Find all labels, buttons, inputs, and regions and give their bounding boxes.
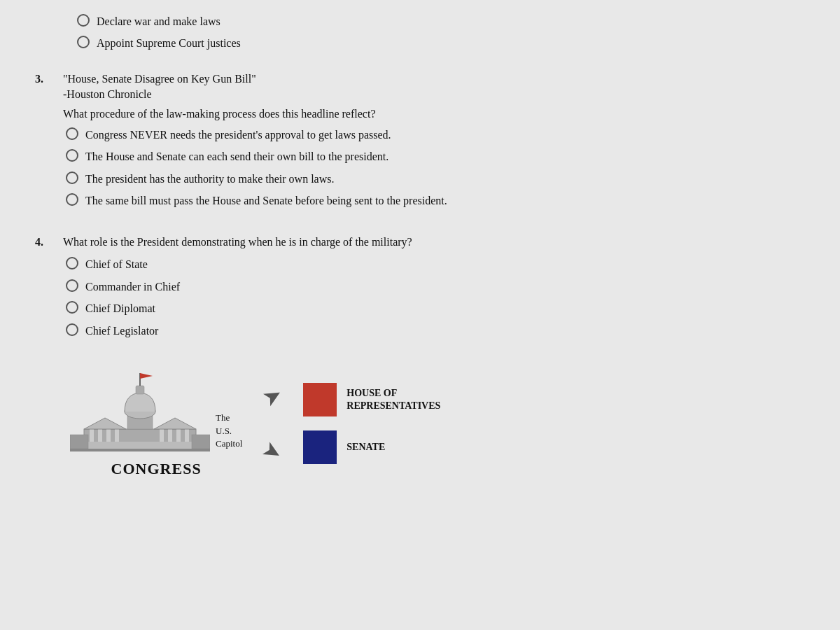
question-3-body: "House, Senate Disagree on Key Gun Bill"… (63, 73, 805, 216)
question-3-options: Congress NEVER needs the president's app… (66, 127, 805, 209)
radio-button[interactable] (66, 257, 78, 270)
radio-button[interactable] (77, 36, 90, 48)
list-item[interactable]: The same bill must pass the House and Se… (66, 193, 805, 209)
question-3-number: 3. (35, 73, 52, 216)
arrows-section: ➤ ➤ (263, 383, 282, 464)
question-3-row: 3. "House, Senate Disagree on Key Gun Bi… (35, 73, 805, 216)
svg-marker-15 (154, 418, 196, 429)
capitol-building-icon (70, 366, 210, 457)
radio-button[interactable] (66, 127, 78, 140)
svg-rect-10 (77, 444, 203, 449)
question-4-number: 4. (35, 236, 52, 345)
svg-marker-20 (140, 373, 153, 379)
svg-rect-13 (192, 435, 210, 449)
radio-button[interactable] (66, 323, 78, 336)
senate-color-box (303, 430, 337, 464)
arrow-to-house-icon: ➤ (258, 380, 288, 412)
option-text: The president has the authority to make … (85, 172, 334, 187)
option-text: The House and Senate can each send their… (85, 149, 388, 164)
list-item[interactable]: Chief Diplomat (66, 301, 805, 316)
congress-diagram: The U.S. Capitol CONGRESS ➤ ➤ (70, 366, 805, 478)
arrow-to-senate-icon: ➤ (258, 435, 288, 467)
senate-label: SENATE (346, 441, 385, 454)
svg-rect-0 (70, 449, 210, 451)
question-4-block: 4. What role is the President demonstrat… (35, 236, 805, 478)
capitol-section: The U.S. Capitol CONGRESS (70, 366, 242, 478)
chambers-section: HOUSE OF REPRESENTATIVES SENATE (303, 383, 440, 464)
question-4-body: What role is the President demonstrating… (63, 236, 805, 345)
svg-marker-14 (84, 418, 126, 429)
option-text: Declare war and make laws (97, 14, 220, 29)
option-text: Chief Diplomat (85, 301, 155, 316)
house-chamber-item: HOUSE OF REPRESENTATIVES (303, 383, 440, 416)
radio-button[interactable] (77, 14, 90, 27)
congress-label: CONGRESS (111, 460, 202, 478)
house-label: HOUSE OF REPRESENTATIVES (346, 387, 440, 412)
question-4-options: Chief of State Commander in Chief Chief … (66, 257, 805, 339)
question-4-prompt: What role is the President demonstrating… (63, 236, 805, 248)
question-3-source: -Houston Chronicle (63, 88, 805, 101)
list-item[interactable]: Declare war and make laws (77, 14, 805, 29)
option-text: Congress NEVER needs the president's app… (85, 127, 391, 143)
list-item[interactable]: Appoint Supreme Court justices (77, 36, 805, 51)
question-3-block: 3. "House, Senate Disagree on Key Gun Bi… (35, 73, 805, 216)
list-item[interactable]: The House and Senate can each send their… (66, 149, 805, 164)
option-text: Chief Legislator (85, 323, 158, 339)
svg-rect-18 (136, 386, 144, 394)
list-item[interactable]: The president has the authority to make … (66, 172, 805, 187)
radio-button[interactable] (66, 279, 78, 292)
radio-button[interactable] (66, 172, 78, 184)
capitol-label: The U.S. Capitol (216, 412, 242, 450)
radio-button[interactable] (66, 149, 78, 162)
senate-chamber-item: SENATE (303, 430, 440, 464)
question-3-headline: "House, Senate Disagree on Key Gun Bill" (63, 73, 805, 85)
list-item[interactable]: Congress NEVER needs the president's app… (66, 127, 805, 143)
radio-button[interactable] (66, 301, 78, 314)
question-4-row: 4. What role is the President demonstrat… (35, 236, 805, 345)
option-text: Appoint Supreme Court justices (97, 36, 241, 51)
svg-rect-11 (80, 442, 200, 444)
radio-button[interactable] (66, 193, 78, 206)
option-text: The same bill must pass the House and Se… (85, 193, 447, 209)
option-text: Chief of State (85, 257, 148, 272)
list-item[interactable]: Chief of State (66, 257, 805, 272)
house-color-box (303, 383, 337, 416)
list-item[interactable]: Commander in Chief (66, 279, 805, 295)
page-content: Declare war and make laws Appoint Suprem… (35, 14, 805, 478)
list-item[interactable]: Chief Legislator (66, 323, 805, 339)
question-3-prompt: What procedure of the law-making process… (63, 108, 805, 120)
top-options-list: Declare war and make laws Appoint Suprem… (77, 14, 805, 52)
option-text: Commander in Chief (85, 279, 180, 295)
svg-rect-12 (70, 435, 88, 449)
